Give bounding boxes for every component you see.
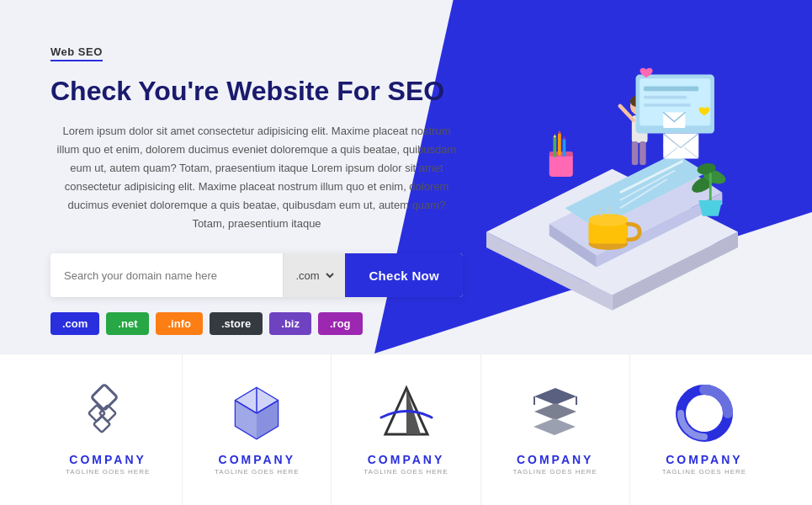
company-tagline-2: TAGLINE GOES HERE — [215, 468, 299, 476]
company-tagline-5: TAGLINE GOES HERE — [662, 468, 746, 476]
logo-item-2: COMPANY TAGLINE GOES HERE — [183, 354, 332, 505]
svg-rect-25 — [549, 153, 573, 177]
web-seo-label: Web SEO — [50, 45, 103, 61]
logo-icon-4 — [526, 384, 585, 443]
logo-label-5: COMPANY TAGLINE GOES HERE — [662, 453, 746, 476]
logo-label-1: COMPANY TAGLINE GOES HERE — [66, 453, 150, 476]
svg-marker-31 — [558, 130, 561, 134]
check-now-button[interactable]: Check Now — [345, 253, 463, 297]
company-name-3: COMPANY — [364, 453, 448, 466]
logo-item-5: COMPANY TAGLINE GOES HERE — [630, 354, 778, 505]
domain-select[interactable]: .com .net .info .store .biz .rog — [292, 268, 337, 283]
svg-rect-27 — [553, 137, 556, 157]
svg-rect-47 — [93, 416, 110, 433]
search-input[interactable] — [50, 253, 283, 297]
svg-rect-28 — [558, 134, 561, 156]
svg-marker-57 — [534, 388, 576, 405]
svg-marker-32 — [563, 136, 566, 139]
hero-right-illustration — [463, 0, 762, 354]
svg-rect-19 — [644, 87, 698, 92]
domain-tag-info[interactable]: .info — [156, 312, 202, 335]
logo-icon-1 — [78, 384, 137, 443]
svg-rect-29 — [563, 139, 566, 157]
company-name-5: COMPANY — [662, 453, 746, 466]
logo-icon-3 — [377, 384, 436, 443]
svg-marker-36 — [698, 200, 722, 216]
company-tagline-1: TAGLINE GOES HERE — [66, 468, 150, 476]
hero-section: Web SEO Check You're Website For SEO Lor… — [0, 0, 812, 354]
hero-left-content: Web SEO Check You're Website For SEO Lor… — [50, 19, 463, 336]
domain-tag-biz[interactable]: .biz — [269, 312, 311, 335]
svg-rect-20 — [644, 96, 687, 99]
domain-tag-net[interactable]: .net — [106, 312, 149, 335]
domain-select-wrapper: .com .net .info .store .biz .rog — [283, 253, 345, 297]
svg-rect-13 — [640, 141, 645, 165]
logo-label-4: COMPANY TAGLINE GOES HERE — [512, 453, 597, 476]
svg-marker-59 — [533, 418, 576, 435]
domain-tag-store[interactable]: .store — [210, 312, 263, 335]
svg-point-35 — [588, 214, 628, 226]
logo-label-2: COMPANY TAGLINE GOES HERE — [215, 453, 299, 476]
domain-tag-rog[interactable]: .rog — [318, 312, 363, 335]
logo-item-1: COMPANY TAGLINE GOES HERE — [34, 354, 183, 505]
iso-illustration — [463, 0, 762, 354]
logo-label-3: COMPANY TAGLINE GOES HERE — [364, 453, 448, 476]
company-name-2: COMPANY — [215, 453, 299, 466]
company-tagline-4: TAGLINE GOES HERE — [512, 468, 597, 476]
logo-icon-5 — [675, 384, 734, 443]
hero-description: Lorem ipsum dolor sit amet consectetur a… — [50, 122, 463, 234]
svg-marker-58 — [534, 403, 576, 420]
svg-marker-30 — [553, 135, 556, 138]
logo-item-4: COMPANY TAGLINE GOES HERE — [481, 354, 630, 505]
hero-title: Check You're Website For SEO — [50, 75, 463, 107]
domain-tag-com[interactable]: .com — [50, 312, 99, 335]
logo-icon-2 — [227, 384, 286, 443]
logo-item-3: COMPANY TAGLINE GOES HERE — [332, 354, 480, 505]
logos-section: COMPANY TAGLINE GOES HERE COMPANY TAGLIN… — [0, 354, 812, 505]
domain-tags: .com .net .info .store .biz .rog — [50, 312, 463, 335]
svg-rect-21 — [644, 104, 691, 107]
search-bar: .com .net .info .store .biz .rog Check N… — [50, 253, 463, 297]
company-name-4: COMPANY — [512, 453, 597, 466]
svg-rect-26 — [549, 152, 573, 157]
company-name-1: COMPANY — [66, 453, 150, 466]
svg-rect-12 — [632, 141, 638, 165]
company-tagline-3: TAGLINE GOES HERE — [364, 468, 448, 476]
